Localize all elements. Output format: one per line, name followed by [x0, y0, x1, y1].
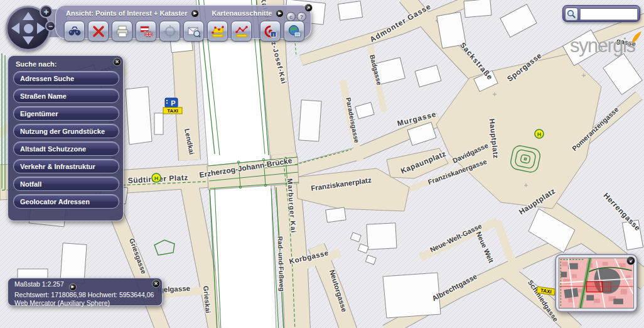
- measure-area-icon[interactable]: [207, 21, 228, 41]
- search-input[interactable]: [580, 8, 638, 20]
- svg-text:P: P: [171, 99, 175, 107]
- search-button-nutzung[interactable]: Nutzung der Grundstücke: [13, 124, 119, 138]
- parking-sign-icon: P: [165, 98, 178, 107]
- overview-map-image[interactable]: [559, 258, 634, 309]
- zoom-in-button[interactable]: +: [40, 5, 53, 18]
- pan-center-button[interactable]: [24, 24, 33, 33]
- center-map-icon[interactable]: [159, 21, 180, 41]
- measure-line-icon[interactable]: [231, 21, 252, 41]
- taxi-sign-icon: TAXI: [163, 107, 182, 114]
- search-submit-button[interactable]: [565, 8, 578, 21]
- svg-text:H: H: [537, 131, 542, 138]
- pan-down-arrow[interactable]: [23, 36, 34, 45]
- zoom-out-button[interactable]: −: [45, 21, 56, 31]
- search-button-eigentuemer[interactable]: Eigentümer: [13, 106, 119, 121]
- quick-search-bar: [562, 5, 640, 22]
- scale-text: Maßstab 1:2.257: [14, 280, 64, 288]
- view-menu[interactable]: Ansicht: Points of Interest + Kataster: [66, 9, 187, 17]
- search-button-geolocator[interactable]: Geolocator Adressen: [13, 194, 119, 209]
- toolbar-header: Ansicht: Points of Interest + Kataster ▶…: [66, 9, 284, 18]
- overview-map[interactable]: ➔: [555, 254, 638, 312]
- view-menu-dropdown-icon[interactable]: ▶: [191, 9, 199, 18]
- synergis-logo: synergis: [570, 35, 635, 57]
- export-map-icon[interactable]: [284, 21, 304, 41]
- help-button[interactable]: ?: [297, 12, 306, 21]
- search-button-verkehr[interactable]: Verkehr & Infrastruktur: [13, 159, 119, 173]
- map-extracts-menu[interactable]: Kartenausschnitte: [212, 9, 272, 17]
- logo-text: synergis: [570, 35, 635, 57]
- search-button-strassen[interactable]: Straßen Name: [13, 89, 119, 103]
- toggle-arrow-icon: ➔: [627, 257, 634, 264]
- status-panel: ✕ Maßstab 1:2.257 ▶ Rechtswert: 1718086,…: [8, 278, 163, 306]
- search-button-notfall[interactable]: Notfall: [13, 177, 119, 191]
- search-panel: ✕ Suche nach: Adressen Suche Straßen Nam…: [8, 55, 124, 221]
- toggle-overview-button[interactable]: ➔: [626, 256, 635, 265]
- info-button[interactable]: c: [286, 12, 296, 21]
- language-flags-icon[interactable]: [136, 21, 156, 41]
- pan-left-arrow[interactable]: [11, 23, 19, 34]
- scale-dropdown-icon[interactable]: ▶: [69, 283, 77, 291]
- svg-text:TAXI: TAXI: [167, 108, 178, 114]
- search-button-altstadt[interactable]: Altstadt Schutzzone: [13, 141, 119, 156]
- svg-text:H: H: [154, 175, 159, 182]
- transit-stop-icon: H: [535, 129, 544, 138]
- extracts-menu-dropdown-icon[interactable]: ▶: [276, 9, 284, 18]
- transit-stop-icon: H: [152, 173, 161, 182]
- close-search-panel-button[interactable]: ✕: [113, 58, 121, 66]
- pan-right-arrow[interactable]: [37, 23, 45, 34]
- identify-icon[interactable]: i: [260, 21, 281, 41]
- extent-rectangle[interactable]: [586, 282, 602, 292]
- pan-up-arrow[interactable]: [23, 12, 34, 20]
- svg-text:i: i: [272, 31, 274, 37]
- projection-text: Web Mercator (Auxiliary Sphere): [14, 299, 156, 308]
- map-application: akengasseMariahilferstraßeAdmonter Gasse…: [0, 0, 644, 328]
- send-map-icon[interactable]: [183, 21, 204, 41]
- close-status-panel-button[interactable]: ✕: [152, 280, 160, 288]
- toolbar-icons: i: [64, 21, 304, 41]
- collapse-arrow-icon: ➔: [305, 4, 312, 11]
- search-panel-title: Suche nach:: [8, 56, 123, 71]
- collapse-toolbar-button[interactable]: ➔: [304, 4, 313, 12]
- main-toolbar: Ansicht: Points of Interest + Kataster ▶…: [55, 5, 311, 39]
- search-binoculars-icon[interactable]: [64, 21, 85, 41]
- coordinates-text: Rechtswert: 1718086,98 Hochwert: 5953644…: [14, 291, 156, 300]
- search-icon: [567, 9, 576, 19]
- print-icon[interactable]: [112, 21, 132, 41]
- logo-leaf-icon: [631, 31, 642, 43]
- search-button-adressen[interactable]: Adressen Suche: [13, 71, 119, 85]
- clear-selection-icon[interactable]: [88, 21, 109, 41]
